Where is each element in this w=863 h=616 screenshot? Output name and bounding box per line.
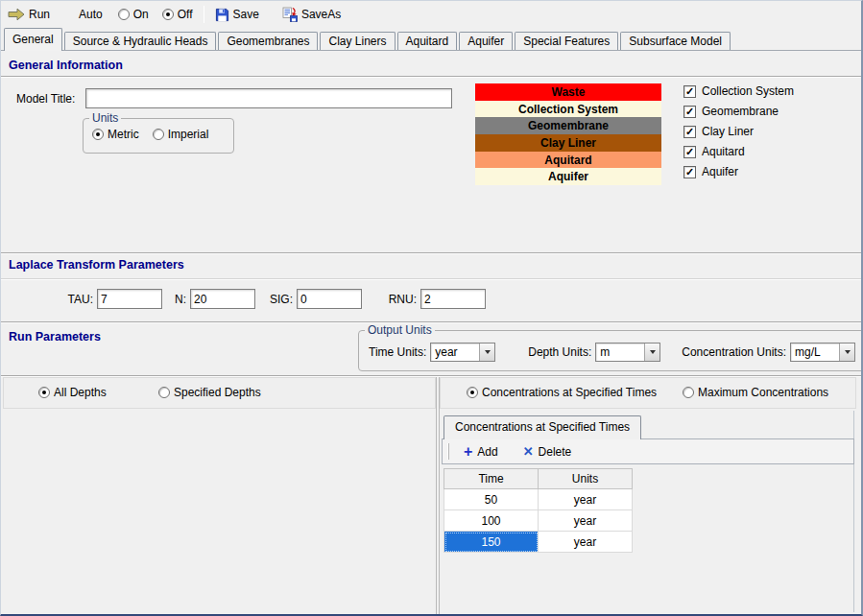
time-cell[interactable]: 50 bbox=[444, 489, 539, 510]
section-divider bbox=[1, 278, 861, 280]
rnu-label: RNU: bbox=[375, 293, 420, 306]
save-button[interactable]: Save bbox=[215, 8, 259, 22]
geomembrane-checkbox[interactable]: Geomembrane bbox=[683, 105, 794, 118]
toolbar-grip bbox=[447, 443, 449, 460]
chevron-down-icon bbox=[845, 350, 851, 354]
section-divider bbox=[1, 76, 861, 78]
run-button[interactable]: Run bbox=[8, 8, 50, 21]
time-cell-selected[interactable]: 150 bbox=[444, 532, 539, 553]
checkbox-icon bbox=[683, 146, 696, 158]
add-button[interactable]: + Add bbox=[464, 445, 498, 459]
table-row: 150 year bbox=[444, 532, 633, 553]
auto-on-label: On bbox=[133, 8, 149, 21]
times-grid-toolbar: + Add ✕ Delete bbox=[442, 438, 854, 464]
maximum-concentrations-radio[interactable]: Maximum Concentrations bbox=[683, 386, 828, 399]
add-label: Add bbox=[477, 445, 497, 459]
radio-icon bbox=[467, 387, 478, 398]
dropdown-button bbox=[479, 344, 494, 361]
time-units-value: year bbox=[431, 344, 479, 361]
depth-units-value: m bbox=[596, 344, 644, 361]
delete-button[interactable]: ✕ Delete bbox=[523, 445, 572, 459]
metric-radio[interactable]: Metric bbox=[92, 128, 139, 141]
units-cell[interactable]: year bbox=[539, 489, 633, 510]
delete-icon: ✕ bbox=[523, 445, 534, 458]
dropdown-button bbox=[839, 344, 854, 361]
rnu-input[interactable] bbox=[420, 289, 486, 309]
depth-units-field: Depth Units: m bbox=[528, 343, 660, 362]
model-title-label: Model Title: bbox=[16, 92, 75, 106]
concentrations-at-times-radio[interactable]: Concentrations at Specified Times bbox=[467, 386, 657, 399]
concentration-units-select[interactable]: mg/L bbox=[790, 343, 855, 362]
layer-band-aquitard: Aquitard bbox=[475, 152, 661, 169]
all-depths-label: All Depths bbox=[54, 386, 107, 399]
output-units-caption: Output Units bbox=[365, 323, 435, 337]
tab-aquifer[interactable]: Aquifer bbox=[459, 32, 513, 51]
save-label: Save bbox=[233, 8, 259, 21]
aquifer-checkbox-label: Aquifer bbox=[702, 165, 738, 178]
sig-label: SIG: bbox=[252, 293, 297, 306]
auto-off-label: Off bbox=[178, 8, 193, 21]
n-field: N: bbox=[145, 289, 255, 309]
sig-input[interactable] bbox=[297, 289, 362, 309]
checkbox-icon bbox=[683, 126, 696, 138]
layer-band-waste: Waste bbox=[475, 83, 661, 101]
clay-liner-checkbox[interactable]: Clay Liner bbox=[683, 125, 794, 138]
radio-icon bbox=[118, 9, 130, 20]
units-cell[interactable]: year bbox=[539, 510, 633, 532]
time-cell[interactable]: 100 bbox=[444, 510, 539, 532]
collection-system-checkbox-label: Collection System bbox=[702, 84, 794, 98]
radio-icon bbox=[153, 129, 164, 140]
depth-units-select[interactable]: m bbox=[595, 343, 660, 362]
tab-source-hydraulic-heads[interactable]: Source & Hydraulic Heads bbox=[64, 32, 217, 51]
units-cell[interactable]: year bbox=[539, 532, 633, 553]
tau-field: TAU: bbox=[39, 289, 162, 309]
section-divider bbox=[1, 252, 861, 254]
save-icon bbox=[215, 8, 229, 22]
rnu-field: RNU: bbox=[375, 289, 486, 309]
all-depths-radio[interactable]: All Depths bbox=[38, 386, 107, 399]
specified-times-table: Time Units 50 year 100 year 150 year bbox=[443, 468, 633, 553]
sig-field: SIG: bbox=[252, 289, 362, 309]
main-toolbar: Run Auto On Off Save bbox=[1, 1, 861, 28]
concentrations-at-times-label: Concentrations at Specified Times bbox=[482, 386, 657, 399]
run-parameters-title: Run Parameters bbox=[9, 330, 101, 344]
specified-depths-radio[interactable]: Specified Depths bbox=[158, 386, 261, 399]
tab-clay-liners[interactable]: Clay Liners bbox=[320, 32, 395, 51]
aquitard-checkbox[interactable]: Aquitard bbox=[683, 145, 794, 158]
chevron-down-icon bbox=[485, 350, 491, 354]
panel-splitter[interactable] bbox=[436, 377, 440, 614]
collection-system-checkbox[interactable]: Collection System bbox=[683, 84, 794, 98]
radio-icon bbox=[38, 387, 50, 398]
specified-depths-label: Specified Depths bbox=[174, 386, 261, 399]
n-input[interactable] bbox=[190, 289, 255, 309]
layer-band-aquifer: Aquifer bbox=[475, 168, 661, 185]
table-header-row: Time Units bbox=[444, 469, 633, 489]
saveas-button[interactable]: SaveAs bbox=[282, 7, 341, 22]
app-window: Run Auto On Off Save bbox=[0, 0, 863, 616]
geomembrane-checkbox-label: Geomembrane bbox=[702, 105, 779, 118]
add-icon: + bbox=[464, 445, 472, 458]
model-title-input[interactable] bbox=[85, 88, 452, 108]
time-units-field: Time Units: year bbox=[369, 343, 495, 362]
tab-subsurface-model[interactable]: Subsurface Model bbox=[620, 32, 731, 51]
run-arrow-icon bbox=[8, 8, 25, 21]
delete-label: Delete bbox=[539, 445, 572, 459]
time-units-select[interactable]: year bbox=[430, 343, 495, 362]
main-tabbar: General Source & Hydraulic Heads Geomemb… bbox=[1, 28, 861, 51]
tab-general[interactable]: General bbox=[4, 28, 62, 51]
run-label: Run bbox=[29, 8, 50, 21]
radio-icon bbox=[683, 387, 694, 398]
imperial-radio-label: Imperial bbox=[168, 128, 209, 141]
tab-geomembranes[interactable]: Geomembranes bbox=[218, 32, 318, 51]
concentration-units-label: Concentration Units: bbox=[682, 345, 786, 359]
tau-label: TAU: bbox=[39, 293, 97, 306]
auto-off-radio[interactable]: Off bbox=[162, 8, 193, 21]
auto-on-radio[interactable]: On bbox=[118, 8, 149, 21]
tab-special-features[interactable]: Special Features bbox=[515, 32, 618, 51]
tab-aquitard[interactable]: Aquitard bbox=[397, 32, 458, 51]
imperial-radio[interactable]: Imperial bbox=[153, 128, 209, 141]
aquitard-checkbox-label: Aquitard bbox=[702, 145, 745, 158]
tab-concentrations-at-specified-times[interactable]: Concentrations at Specified Times bbox=[443, 415, 641, 439]
laplace-section-title: Laplace Transform Parameters bbox=[9, 258, 184, 272]
aquifer-checkbox[interactable]: Aquifer bbox=[683, 165, 794, 178]
